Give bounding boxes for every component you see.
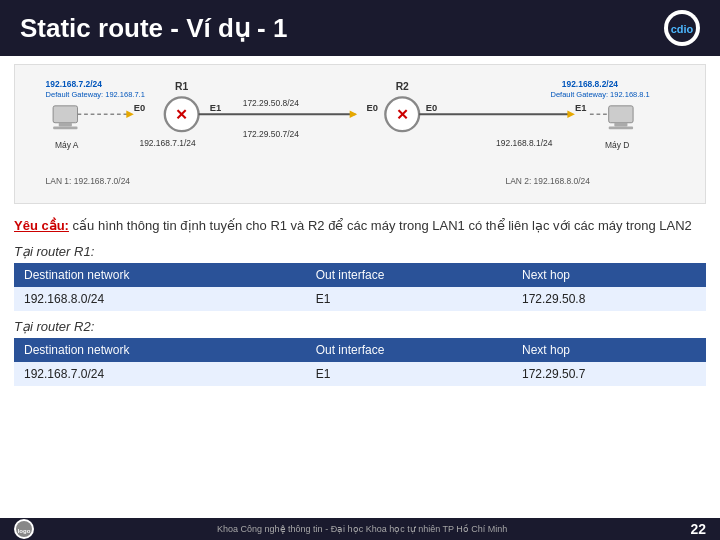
svg-text:192.168.7.1/24: 192.168.7.1/24: [139, 138, 196, 148]
r2-section: Tại router R2: Destination network Out i…: [14, 319, 706, 386]
svg-text:Default Gateway: 192.168.8.1: Default Gateway: 192.168.8.1: [551, 90, 650, 99]
r2-table-row: 192.168.7.0/24 E1 172.29.50.7: [14, 362, 706, 386]
r1-destination: 192.168.8.0/24: [14, 287, 306, 311]
svg-text:E0: E0: [134, 103, 145, 113]
svg-text:LAN 1: 192.168.7.0/24: LAN 1: 192.168.7.0/24: [46, 176, 131, 186]
logo-circle: cdio: [664, 10, 700, 46]
footer-logo: logo: [14, 519, 34, 539]
r2-nexthop: 172.29.50.7: [512, 362, 706, 386]
svg-text:192.168.7.2/24: 192.168.7.2/24: [46, 79, 103, 89]
svg-text:logo: logo: [18, 528, 31, 534]
footer: logo Khoa Công nghệ thông tin - Đại học …: [0, 518, 720, 540]
yeu-cau-body: cấu hình thông tin định tuyến cho R1 và …: [69, 218, 692, 233]
svg-text:172.29.50.7/24: 172.29.50.7/24: [243, 129, 300, 139]
r2-label: Tại router R2:: [14, 319, 706, 334]
svg-text:192.168.8.2/24: 192.168.8.2/24: [562, 79, 619, 89]
page-number: 22: [690, 521, 706, 537]
footer-logo-img: logo: [14, 519, 34, 539]
r2-interface: E1: [306, 362, 512, 386]
yeu-cau-text: Yêu cầu: cấu hình thông tin định tuyến c…: [14, 216, 706, 236]
svg-text:172.29.50.8/24: 172.29.50.8/24: [243, 98, 300, 108]
svg-text:192.168.8.1/24: 192.168.8.1/24: [496, 138, 553, 148]
svg-rect-28: [609, 106, 633, 123]
main-content: Yêu cầu: cấu hình thông tin định tuyến c…: [0, 212, 720, 386]
svg-text:cdio: cdio: [671, 23, 694, 35]
r1-interface: E1: [306, 287, 512, 311]
r2-table: Destination network Out interface Next h…: [14, 338, 706, 386]
r1-table-header-row: Destination network Out interface Next h…: [14, 263, 706, 287]
svg-rect-3: [59, 123, 72, 127]
svg-rect-2: [53, 106, 77, 123]
r1-label: Tại router R1:: [14, 244, 706, 259]
svg-text:R1: R1: [175, 81, 188, 92]
r1-table-row: 192.168.8.0/24 E1 172.29.50.8: [14, 287, 706, 311]
r1-col-nexthop: Next hop: [512, 263, 706, 287]
svg-rect-30: [609, 126, 633, 129]
r2-destination: 192.168.7.0/24: [14, 362, 306, 386]
footer-text: Khoa Công nghệ thông tin - Đại học Khoa …: [217, 524, 507, 534]
svg-text:E1: E1: [575, 103, 586, 113]
r2-col-nexthop: Next hop: [512, 338, 706, 362]
r2-table-header-row: Destination network Out interface Next h…: [14, 338, 706, 362]
svg-text:Default Gateway: 192.168.7.1: Default Gateway: 192.168.7.1: [46, 90, 145, 99]
svg-marker-16: [350, 111, 358, 119]
r1-nexthop: 172.29.50.8: [512, 287, 706, 311]
logo-area: cdio: [664, 10, 700, 46]
r1-col-destination: Destination network: [14, 263, 306, 287]
yeu-cau-label: Yêu cầu:: [14, 218, 69, 233]
svg-text:✕: ✕: [175, 106, 188, 123]
svg-text:Máy A: Máy A: [55, 140, 79, 150]
r1-section: Tại router R1: Destination network Out i…: [14, 244, 706, 311]
svg-text:E0: E0: [426, 103, 437, 113]
r1-col-interface: Out interface: [306, 263, 512, 287]
svg-text:E1: E1: [210, 103, 221, 113]
svg-text:Máy D: Máy D: [605, 140, 629, 150]
svg-text:E0: E0: [367, 103, 378, 113]
r2-col-destination: Destination network: [14, 338, 306, 362]
page-title: Static route - Ví dụ - 1: [20, 13, 287, 44]
r1-table: Destination network Out interface Next h…: [14, 263, 706, 311]
svg-text:✕: ✕: [396, 106, 409, 123]
header: Static route - Ví dụ - 1 cdio: [0, 0, 720, 56]
svg-rect-4: [53, 126, 77, 129]
svg-marker-8: [126, 111, 134, 119]
network-diagram: 192.168.7.2/24 Default Gateway: 192.168.…: [14, 64, 706, 204]
svg-marker-24: [567, 111, 575, 119]
svg-rect-29: [614, 123, 627, 127]
r2-col-interface: Out interface: [306, 338, 512, 362]
svg-text:LAN 2: 192.168.8.0/24: LAN 2: 192.168.8.0/24: [505, 176, 590, 186]
svg-text:R2: R2: [396, 81, 409, 92]
